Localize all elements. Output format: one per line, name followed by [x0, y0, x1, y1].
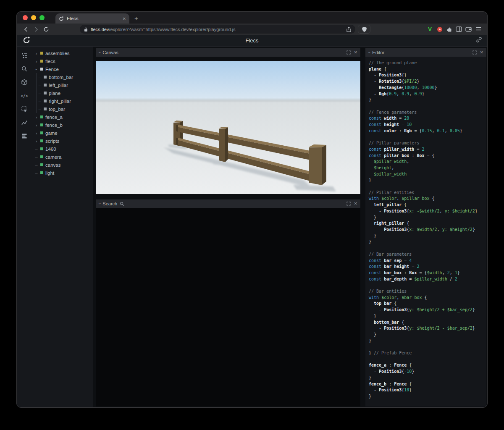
tree-item-assemblies[interactable]: ›assemblies	[32, 49, 93, 57]
url-domain: flecs.dev	[91, 27, 109, 32]
collapse-chevron-icon[interactable]: ›	[367, 52, 371, 53]
tree-guide-dash: –	[38, 75, 42, 80]
back-button[interactable]	[21, 25, 31, 34]
tree-item-camera[interactable]: –camera	[32, 153, 93, 161]
forward-button[interactable]	[31, 25, 41, 34]
new-tab-button[interactable]: +	[134, 15, 138, 22]
search-icon	[120, 202, 124, 206]
close-panel-icon[interactable]: ✕	[354, 202, 357, 206]
stats-button[interactable]	[19, 131, 29, 141]
tree-item-fence_a[interactable]: ›fence_a	[32, 113, 93, 121]
tree-item-1460[interactable]: –1460	[32, 145, 93, 153]
entity-tree[interactable]: ›assemblies›flecs›Fence–bottom_bar–left_…	[32, 47, 93, 407]
tree-item-scripts[interactable]: ›scripts	[32, 137, 93, 145]
sidebar-icon	[456, 26, 462, 32]
expand-arrow-icon[interactable]: ›	[34, 59, 38, 64]
share-link-button[interactable]	[476, 37, 482, 45]
query-search-button[interactable]	[19, 64, 29, 73]
code-editor-content[interactable]: // The ground planeplane { - Position3{}…	[365, 57, 486, 406]
code-line: $height,	[369, 165, 486, 171]
share-icon[interactable]	[346, 26, 352, 32]
code-line: - Position3{y: $height/2 + $bar_sep/2}	[369, 307, 486, 313]
expand-arrow-icon[interactable]: ›	[34, 51, 38, 56]
3d-viewport[interactable]	[96, 61, 360, 194]
tree-item-game[interactable]: ›game	[32, 129, 93, 137]
tree-item-flecs[interactable]: ›flecs	[32, 57, 93, 65]
hamburger-icon	[476, 27, 481, 31]
flecs-logo[interactable]	[23, 36, 30, 45]
canvas-panel-title: Canvas	[102, 50, 118, 55]
entity-color-square	[40, 163, 43, 166]
code-line: $pillar_width,	[369, 159, 486, 165]
sidebar-toggle-button[interactable]	[454, 25, 464, 34]
code-line: // Pillar entities	[369, 190, 486, 196]
code-line: // Pillar parameters	[369, 140, 486, 147]
tree-item-bottom_bar[interactable]: –bottom_bar	[32, 73, 93, 81]
tree-item-plane[interactable]: –plane	[32, 89, 93, 97]
expand-arrow-icon[interactable]: ›	[34, 131, 38, 136]
entity-color-square	[40, 123, 43, 126]
code-line	[369, 103, 486, 110]
code-line: with $color, $bar_box {	[369, 295, 486, 301]
minimize-window-button[interactable]	[31, 15, 36, 20]
wallet-button[interactable]	[464, 25, 473, 34]
code-line	[369, 184, 486, 190]
expand-panel-icon[interactable]	[346, 202, 351, 206]
code-line: }	[369, 239, 486, 245]
expand-panel-icon[interactable]	[346, 50, 351, 55]
reload-icon	[43, 26, 50, 33]
search-results-area[interactable]	[96, 208, 360, 406]
tree-item-right_pillar[interactable]: –right_pillar	[32, 97, 93, 105]
tree-item-light[interactable]: –light	[32, 169, 93, 177]
charts-button[interactable]	[19, 118, 29, 127]
tree-item-label: right_pillar	[49, 99, 71, 104]
extension-v-button[interactable]: V	[425, 25, 435, 34]
entity-color-square	[40, 171, 43, 174]
entity-color-square	[40, 147, 43, 150]
tree-item-fence_b[interactable]: ›fence_b	[32, 121, 93, 129]
tree-item-label: 1460	[45, 147, 56, 152]
canvas-panel-header: › Canvas ✕	[96, 48, 360, 57]
link-icon	[476, 37, 482, 43]
tree-item-Fence[interactable]: ›Fence	[32, 65, 93, 73]
search-panel-title: Search	[102, 201, 117, 206]
entities-tree-button[interactable]	[19, 51, 29, 60]
zoom-window-button[interactable]	[39, 15, 45, 20]
collapse-arrow-icon[interactable]: ›	[34, 67, 39, 71]
cube-icon	[21, 79, 28, 86]
expand-arrow-icon[interactable]: ›	[34, 115, 38, 120]
expand-panel-icon[interactable]	[472, 50, 477, 55]
inspect-button[interactable]	[19, 105, 29, 114]
entity-color-square	[40, 60, 43, 63]
collapse-chevron-icon[interactable]: ›	[97, 203, 102, 204]
brave-shields-button[interactable]	[358, 25, 370, 34]
canvas-button[interactable]	[19, 78, 29, 87]
code-line: - Position3{}	[369, 72, 486, 79]
close-window-button[interactable]	[23, 15, 28, 20]
address-bar[interactable]: flecs.dev/explorer/?wasm=https://www.fle…	[80, 25, 355, 34]
extension-red-button[interactable]	[435, 25, 444, 34]
tree-item-label: assemblies	[45, 51, 70, 56]
code-line: const bar_height = 2	[369, 264, 486, 270]
close-panel-icon[interactable]: ✕	[480, 50, 483, 55]
tab-close-icon[interactable]: ✕	[123, 16, 126, 21]
code-line: // Bar parameters	[369, 252, 486, 258]
tree-item-label: scripts	[45, 139, 59, 144]
expand-arrow-icon[interactable]: ›	[34, 123, 38, 128]
reload-button[interactable]	[41, 25, 51, 34]
tree-item-canvas[interactable]: –canvas	[32, 161, 93, 169]
menu-button[interactable]	[473, 25, 483, 34]
editor-panel-title: Editor	[372, 50, 384, 55]
tree-item-left_pillar[interactable]: –left_pillar	[32, 81, 93, 89]
url-text: flecs.dev/explorer/?wasm=https://www.fle…	[91, 27, 344, 32]
code-line: const pillar_box : Box = {	[369, 153, 486, 159]
collapse-chevron-icon[interactable]: ›	[97, 52, 102, 53]
extensions-button[interactable]	[444, 25, 454, 34]
code-line: top_bar {	[369, 301, 486, 307]
editor-button[interactable]: </>	[19, 91, 29, 100]
entity-color-square	[40, 131, 43, 134]
close-panel-icon[interactable]: ✕	[354, 50, 357, 55]
expand-arrow-icon[interactable]: ›	[34, 139, 38, 144]
browser-tab[interactable]: Flecs ✕	[55, 13, 129, 24]
tree-item-top_bar[interactable]: –top_bar	[32, 105, 93, 113]
